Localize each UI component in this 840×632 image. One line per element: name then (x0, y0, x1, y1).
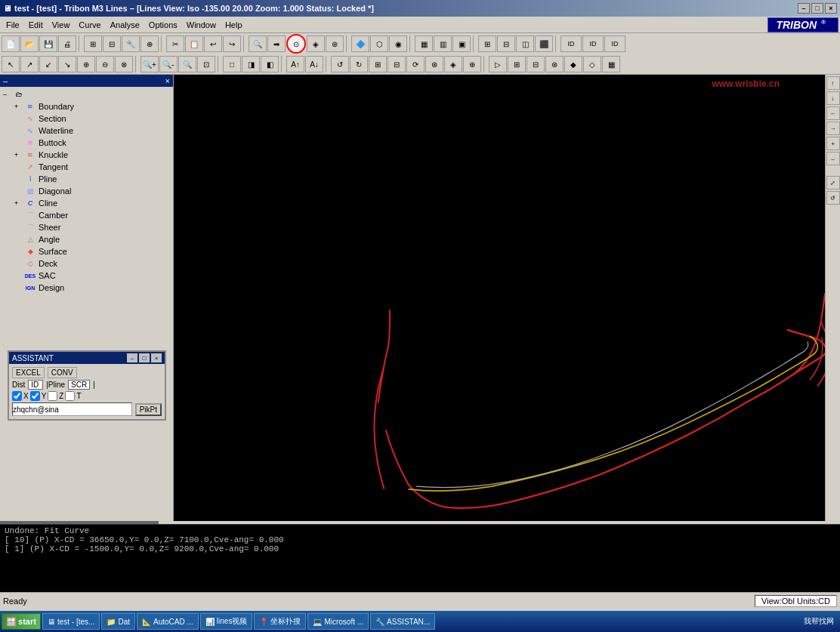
tb-btn-13[interactable]: 🔍 (249, 35, 267, 52)
tree-sheer[interactable]: ⌒ Sheer (2, 221, 171, 233)
tb2-btn-15[interactable]: A↑ (286, 56, 304, 72)
tb-btn-24[interactable]: ⊟ (497, 35, 515, 52)
cb-z[interactable] (48, 391, 57, 401)
maximize-btn[interactable]: □ (811, 3, 823, 14)
canvas-area[interactable]: Z www.wrisbie.cn (174, 75, 825, 521)
tb-btn-20[interactable]: ▦ (415, 35, 433, 52)
tb-btn-11[interactable]: ↩ (204, 35, 222, 52)
tree-waterline[interactable]: ∿ Waterline (2, 125, 171, 137)
knuckle-expand[interactable]: + (14, 151, 22, 159)
tb-btn-15[interactable]: ◈ (307, 35, 325, 52)
menu-analyse[interactable]: Analyse (106, 19, 144, 31)
menu-help[interactable]: Help (221, 19, 247, 31)
email-input[interactable] (12, 402, 132, 416)
menu-view[interactable]: View (48, 19, 75, 31)
start-button[interactable]: 🪟 start (2, 613, 41, 630)
taskbar-item-5[interactable]: 💻 Microsoft ... (307, 613, 369, 630)
root-expand[interactable]: – (3, 91, 11, 98)
close-btn[interactable]: × (825, 3, 837, 14)
tb2-btn-17[interactable]: ↺ (331, 56, 349, 72)
tree-cline[interactable]: + C Cline (2, 197, 171, 209)
menu-options[interactable]: Options (144, 19, 182, 31)
tree-angle[interactable]: △ Angle (2, 233, 171, 245)
cb-t[interactable] (65, 391, 75, 401)
tree-pline[interactable]: ⌇ Pline (2, 173, 171, 185)
assist-close[interactable]: × (151, 353, 162, 362)
tb-btn-16[interactable]: ⊛ (326, 35, 344, 52)
tb2-btn-11[interactable]: ⊡ (197, 56, 215, 72)
rt-btn-7[interactable]: ⤢ (826, 176, 840, 190)
tab-excel[interactable]: EXCEL (12, 367, 45, 378)
tree-design[interactable]: IGN Design (2, 282, 171, 294)
cb-y[interactable] (30, 391, 40, 401)
tree-camber[interactable]: ⌒ Camber (2, 209, 171, 221)
tree-buttock[interactable]: ≋ Buttock (2, 137, 171, 149)
tb-btn-22[interactable]: ▣ (452, 35, 471, 52)
new-btn[interactable]: 📄 (2, 35, 20, 52)
minimize-btn[interactable]: – (798, 3, 810, 14)
tree-tangent[interactable]: ↗ Tangent (2, 161, 171, 173)
tb2-btn-3[interactable]: ↙ (39, 56, 57, 72)
tb2-btn-9[interactable]: 🔍- (159, 56, 178, 72)
tb2-btn-24[interactable]: ⊕ (463, 56, 481, 72)
taskbar-item-4[interactable]: 📍 坐标扑搜 (254, 613, 306, 630)
boundary-expand[interactable]: + (14, 103, 22, 110)
tb2-btn-16[interactable]: A↓ (305, 56, 323, 72)
tb-btn-18[interactable]: ⬡ (370, 35, 388, 52)
tb2-btn-10[interactable]: 🔍 (178, 56, 196, 72)
tb2-btn-30[interactable]: ◇ (583, 56, 601, 72)
rt-btn-1[interactable]: ↑ (826, 76, 840, 90)
rt-btn-3[interactable]: ← (826, 106, 840, 120)
tb2-btn-7[interactable]: ⊗ (115, 56, 133, 72)
tb-btn-23[interactable]: ⊞ (478, 35, 496, 52)
title-controls[interactable]: – □ × (798, 3, 837, 14)
taskbar-item-3[interactable]: 📊 lines视频 (200, 613, 253, 630)
tb-id1[interactable]: ID (561, 35, 582, 52)
tb-btn-5[interactable]: ⊞ (84, 35, 102, 52)
save-btn[interactable]: 💾 (39, 35, 57, 52)
tb-btn-17[interactable]: 🔷 (351, 35, 369, 52)
tb-btn-14[interactable]: ➡ (267, 35, 286, 52)
tb2-btn-1[interactable]: ↖ (2, 56, 20, 72)
tb-btn-6[interactable]: ⊟ (103, 35, 121, 52)
menu-edit[interactable]: Edit (24, 19, 48, 31)
tree-sac[interactable]: DES SAC (2, 270, 171, 282)
tb-id2[interactable]: ID (582, 35, 604, 52)
tree-diagonal[interactable]: ▨ Diagonal (2, 185, 171, 197)
rt-btn-2[interactable]: ↓ (826, 91, 840, 105)
tb-id3[interactable]: ID (604, 35, 625, 52)
rt-btn-4[interactable]: → (826, 122, 840, 135)
tb2-btn-18[interactable]: ↻ (350, 56, 368, 72)
tb2-btn-13[interactable]: ◨ (242, 56, 260, 72)
tb2-btn-20[interactable]: ⊟ (388, 56, 406, 72)
assist-min[interactable]: – (127, 353, 137, 362)
tab-conv[interactable]: CONV (48, 367, 77, 378)
tree-surface[interactable]: ◆ Surface (2, 245, 171, 257)
panel-close[interactable]: × (165, 76, 170, 85)
tb2-btn-8[interactable]: 🔍+ (141, 56, 159, 72)
tb2-btn-26[interactable]: ⊞ (508, 56, 526, 72)
menu-curve[interactable]: Curve (74, 19, 105, 31)
tb2-btn-29[interactable]: ◆ (564, 56, 582, 72)
tb2-btn-12[interactable]: □ (223, 56, 241, 72)
tb-btn-7[interactable]: 🔧 (122, 35, 140, 52)
tree-root[interactable]: – 🗁 (2, 88, 171, 100)
tb-btn-highlighted[interactable]: ⊙ (286, 34, 306, 54)
tb-btn-10[interactable]: 📋 (185, 35, 203, 52)
tb2-btn-25[interactable]: ▷ (489, 56, 507, 72)
tb2-btn-2[interactable]: ↗ (20, 56, 39, 72)
cb-x[interactable] (12, 391, 22, 401)
tb2-btn-6[interactable]: ⊖ (96, 56, 114, 72)
tb-btn-19[interactable]: ◉ (389, 35, 407, 52)
tb-btn-25[interactable]: ◫ (516, 35, 534, 52)
menu-window[interactable]: Window (182, 19, 221, 31)
tb-btn-21[interactable]: ▥ (434, 35, 452, 52)
taskbar-item-6[interactable]: 🔧 ASSISTAN... (370, 613, 435, 630)
assist-max[interactable]: □ (139, 353, 150, 362)
tree-boundary[interactable]: + ≋ Boundary (2, 100, 171, 113)
print-btn[interactable]: 🖨 (58, 35, 76, 52)
tree-section[interactable]: ∿ Section (2, 113, 171, 125)
tb-btn-8[interactable]: ⊕ (141, 35, 159, 52)
tb2-btn-5[interactable]: ⊕ (77, 56, 95, 72)
tb2-btn-14[interactable]: ◧ (261, 56, 279, 72)
